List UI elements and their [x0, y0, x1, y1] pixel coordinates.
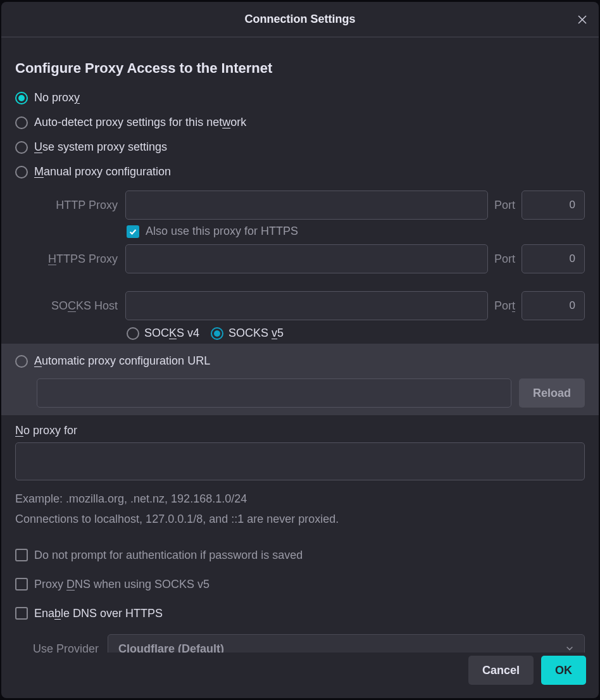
radio-manual-proxy[interactable]: Manual proxy configuration	[15, 159, 585, 184]
radio-auto-detect[interactable]: Auto-detect proxy settings for this netw…	[15, 110, 585, 135]
radio-icon	[15, 116, 28, 129]
radio-label: Automatic proxy configuration URL	[34, 354, 210, 368]
section-heading: Configure Proxy Access to the Internet	[15, 60, 585, 77]
socks-host-row: SOCKS Host Port	[37, 291, 585, 320]
radio-label: SOCKS v4	[144, 327, 199, 340]
socks-host-input[interactable]	[125, 291, 488, 320]
cancel-button[interactable]: Cancel	[468, 656, 534, 685]
check-no-auth-prompt[interactable]: Do not prompt for authentication if pass…	[15, 541, 585, 570]
pac-url-input[interactable]	[37, 378, 511, 408]
http-proxy-input[interactable]	[125, 191, 488, 220]
check-label: Proxy DNS when using SOCKS v5	[34, 578, 209, 591]
socks-version-row: SOCKS v4 SOCKS v5	[127, 327, 585, 340]
provider-label: Use Provider	[33, 642, 99, 653]
radio-socks-v5[interactable]: SOCKS v5	[211, 327, 284, 340]
manual-proxy-block: HTTP Proxy Port Also use this proxy for …	[37, 191, 585, 340]
radio-icon	[15, 92, 28, 104]
dialog-body: Configure Proxy Access to the Internet N…	[1, 37, 599, 653]
check-label: Enable DNS over HTTPS	[34, 607, 163, 620]
check-proxy-dns-socks5[interactable]: Proxy DNS when using SOCKS v5	[15, 570, 585, 599]
checkbox-icon	[127, 225, 139, 238]
no-proxy-for-label: No proxy for	[15, 424, 585, 437]
radio-icon	[211, 327, 223, 340]
checkbox-icon	[15, 549, 28, 561]
extra-checks: Do not prompt for authentication if pass…	[15, 541, 585, 628]
doh-provider-row: Use Provider Cloudflare (Default)	[33, 634, 585, 653]
dialog-footer: Cancel OK	[1, 653, 599, 698]
socks-port-input[interactable]	[522, 291, 585, 320]
radio-icon	[15, 141, 28, 154]
https-proxy-row: HTTPS Proxy Port	[37, 244, 585, 273]
radio-label: SOCKS v5	[228, 327, 284, 340]
http-proxy-label: HTTP Proxy	[37, 199, 119, 212]
https-proxy-input[interactable]	[125, 244, 488, 273]
radio-system-proxy[interactable]: Use system proxy settings	[15, 135, 585, 159]
socks-port-label: Port	[494, 299, 515, 313]
radio-label: No proxy	[34, 91, 80, 104]
radio-no-proxy[interactable]: No proxy	[15, 85, 585, 110]
http-proxy-row: HTTP Proxy Port	[37, 191, 585, 220]
provider-selected: Cloudflare (Default)	[118, 642, 224, 653]
provider-select[interactable]: Cloudflare (Default)	[108, 634, 585, 653]
chevron-down-icon	[565, 642, 574, 653]
radio-label: Auto-detect proxy settings for this netw…	[34, 116, 246, 129]
checkbox-icon	[15, 578, 28, 591]
https-proxy-label: HTTPS Proxy	[37, 253, 119, 266]
share-https-row[interactable]: Also use this proxy for HTTPS	[127, 225, 585, 238]
close-icon	[577, 15, 587, 25]
radio-icon	[127, 327, 139, 340]
checkbox-icon	[15, 607, 28, 620]
ok-button[interactable]: OK	[541, 656, 586, 685]
dialog-titlebar: Connection Settings	[1, 2, 599, 37]
radio-label: Manual proxy configuration	[34, 165, 171, 178]
check-enable-doh[interactable]: Enable DNS over HTTPS	[15, 599, 585, 628]
connection-settings-dialog: Connection Settings Configure Proxy Acce…	[1, 2, 599, 698]
pac-input-row: Reload	[37, 378, 585, 408]
check-label: Do not prompt for authentication if pass…	[34, 549, 303, 562]
https-port-label: Port	[494, 253, 515, 266]
http-port-input[interactable]	[522, 191, 585, 220]
share-https-label: Also use this proxy for HTTPS	[146, 225, 298, 238]
pac-section: Automatic proxy configuration URL Reload	[1, 344, 599, 415]
https-port-input[interactable]	[522, 244, 585, 273]
dialog-title: Connection Settings	[245, 13, 356, 26]
radio-pac-url[interactable]: Automatic proxy configuration URL	[15, 349, 585, 373]
no-proxy-for-input[interactable]	[15, 442, 585, 480]
radio-icon	[15, 166, 28, 178]
http-port-label: Port	[494, 199, 515, 212]
radio-socks-v4[interactable]: SOCKS v4	[127, 327, 199, 340]
reload-button[interactable]: Reload	[519, 378, 585, 408]
radio-icon	[15, 355, 28, 368]
close-button[interactable]	[573, 11, 591, 28]
socks-host-label: SOCKS Host	[37, 299, 119, 313]
no-proxy-hint: Example: .mozilla.org, .net.nz, 192.168.…	[15, 489, 585, 529]
radio-label: Use system proxy settings	[34, 141, 167, 154]
